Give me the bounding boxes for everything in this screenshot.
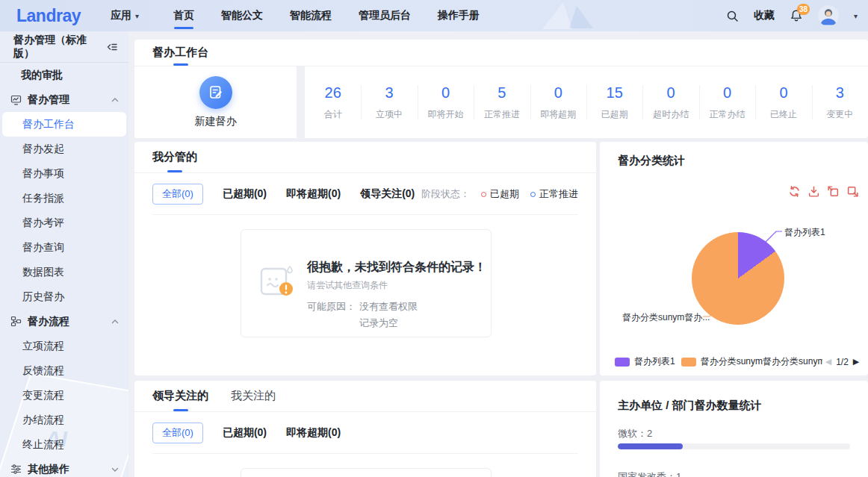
filter-leader-followed[interactable]: 领导关注(0) bbox=[360, 187, 415, 201]
empty-state-icon bbox=[255, 261, 298, 304]
legend-label-category[interactable]: 督办分类sunym督办分类sunym督办分类 bbox=[701, 355, 822, 368]
nav-tab-smart-flow[interactable]: 智能流程 bbox=[290, 0, 332, 31]
org-row-value: 1 bbox=[676, 471, 681, 477]
divider bbox=[152, 214, 578, 215]
workbench-header: 督办工作台 bbox=[134, 40, 868, 66]
legend-page-next-icon[interactable]: ▶ bbox=[853, 357, 859, 367]
sidebar-item-label: 督办工作台 bbox=[22, 118, 75, 131]
stat-project-initiating[interactable]: 3 立项中 bbox=[361, 84, 417, 121]
workbench-header-card: 督办工作台 bbox=[134, 40, 868, 66]
sidebar-section-supervision-mgmt[interactable]: 督办管理 bbox=[0, 87, 128, 112]
org-bar-track bbox=[618, 443, 850, 449]
sidebar-item-terminate-flow[interactable]: 终止流程 bbox=[0, 432, 128, 457]
tab-my-managed[interactable]: 我分管的 bbox=[152, 142, 197, 172]
navbar-decoration bbox=[569, 6, 593, 28]
sidebar-section-other-ops[interactable]: 其他操作 bbox=[0, 457, 128, 477]
legend-swatch-purple[interactable] bbox=[615, 358, 630, 367]
stat-overdue[interactable]: 15 已超期 bbox=[586, 84, 642, 121]
my-managed-filters: 全部(0) 已超期(0) 即将超期(0) 领导关注(0) 阶段状态： 已超期 正… bbox=[134, 173, 596, 205]
divider bbox=[152, 453, 578, 454]
legend-page-prev-icon[interactable]: ◀ bbox=[825, 357, 831, 367]
flow-icon bbox=[10, 316, 22, 327]
legend-swatch-orange[interactable] bbox=[681, 358, 696, 367]
sidebar-item-label: 变更流程 bbox=[22, 389, 64, 402]
stat-starting-soon[interactable]: 0 即将开始 bbox=[418, 84, 474, 121]
new-supervision-button[interactable]: 新建督办 bbox=[134, 66, 297, 138]
tab-my-followed[interactable]: 我关注的 bbox=[231, 381, 276, 411]
org-bar-fill bbox=[618, 443, 683, 449]
sidebar-item-history[interactable]: 历史督办 bbox=[0, 284, 128, 309]
stat-closed-normal[interactable]: 0 正常办结 bbox=[699, 84, 755, 121]
sidebar-item-complete-flow[interactable]: 办结流程 bbox=[0, 408, 128, 432]
my-managed-header: 我分管的 bbox=[134, 142, 596, 173]
sidebar-item-workbench[interactable]: 督办工作台 bbox=[2, 112, 126, 137]
sidebar-item-initiate[interactable]: 督办发起 bbox=[0, 137, 128, 161]
download-icon[interactable] bbox=[807, 185, 820, 198]
chevron-up-icon bbox=[111, 318, 119, 325]
sidebar: AI 督办管理（标准版） 我的审批 bbox=[0, 31, 128, 477]
stat-changing[interactable]: 3 变更中 bbox=[812, 84, 868, 121]
stat-due-soon[interactable]: 0 即将超期 bbox=[530, 84, 586, 121]
legend-label-list1[interactable]: 督办列表1 bbox=[634, 355, 675, 368]
filter-all[interactable]: 全部(0) bbox=[152, 423, 203, 443]
stat-value: 5 bbox=[497, 84, 506, 102]
refresh-icon[interactable] bbox=[788, 185, 801, 198]
stat-value: 0 bbox=[723, 84, 731, 102]
org-row-name: 国家发改委： bbox=[618, 471, 676, 477]
workbench-stats: 26 合计 3 立项中 0 即将开始 5 正常推进 0 即将超期 15 已超期 … bbox=[305, 66, 868, 138]
favorites-button[interactable]: 收藏 bbox=[754, 9, 775, 22]
stage-status-overdue: 已超期 bbox=[481, 187, 519, 201]
sidebar-item-project-flow[interactable]: 立项流程 bbox=[0, 334, 128, 358]
tab-leader-followed[interactable]: 领导关注的 bbox=[152, 381, 208, 411]
sidebar-item-matters[interactable]: 督办事项 bbox=[0, 161, 128, 186]
stat-terminated[interactable]: 0 已终止 bbox=[755, 84, 811, 121]
sidebar-item-evaluation[interactable]: 督办考评 bbox=[0, 211, 128, 235]
nav-tab-smart-docs[interactable]: 智能公文 bbox=[221, 0, 263, 31]
filter-overdue[interactable]: 已超期(0) bbox=[223, 426, 267, 440]
org-stats-card: 主办单位 / 部门督办数量统计 微软：2 国家发改委：1 bbox=[600, 381, 868, 477]
nav-tab-admin[interactable]: 管理员后台 bbox=[359, 0, 411, 31]
sidebar-item-my-approvals[interactable]: 我的审批 bbox=[0, 63, 128, 87]
notification-count-badge: 38 bbox=[797, 4, 810, 15]
sidebar-item-label: 督办考评 bbox=[22, 216, 64, 230]
zoom-box-icon[interactable] bbox=[827, 185, 840, 198]
sidebar-item-query[interactable]: 督办查询 bbox=[0, 235, 128, 260]
search-icon[interactable] bbox=[726, 10, 739, 22]
restore-box-icon[interactable] bbox=[846, 185, 859, 198]
sidebar-item-feedback-flow[interactable]: 反馈流程 bbox=[0, 358, 128, 383]
avatar[interactable] bbox=[818, 5, 839, 26]
filter-due-soon[interactable]: 即将超期(0) bbox=[286, 426, 341, 440]
collapse-sidebar-icon[interactable] bbox=[106, 41, 118, 53]
stat-value: 3 bbox=[385, 84, 394, 102]
sidebar-item-task-assign[interactable]: 任务指派 bbox=[0, 186, 128, 211]
sidebar-menu: 我的审批 督办管理 督办工作台 督办发起 bbox=[0, 63, 128, 477]
notifications-button[interactable]: 38 bbox=[790, 9, 803, 22]
filter-all[interactable]: 全部(0) bbox=[152, 184, 203, 205]
filter-due-soon[interactable]: 即将超期(0) bbox=[286, 187, 341, 201]
stat-label: 正常推进 bbox=[484, 108, 520, 121]
sidebar-item-data-charts[interactable]: 数据图表 bbox=[0, 260, 128, 284]
landray-logo[interactable]: Landray bbox=[16, 6, 81, 26]
sidebar-item-label: 历史督办 bbox=[22, 290, 64, 304]
stat-total[interactable]: 26 合计 bbox=[305, 84, 361, 121]
sliders-icon bbox=[10, 464, 22, 475]
new-task-icon bbox=[199, 76, 232, 109]
stat-label: 即将开始 bbox=[428, 108, 464, 121]
stat-on-track[interactable]: 5 正常推进 bbox=[474, 84, 530, 121]
filter-overdue[interactable]: 已超期(0) bbox=[223, 187, 267, 201]
nav-right-controls: 收藏 38 ▾ bbox=[726, 5, 858, 26]
stat-closed-overtime[interactable]: 0 超时办结 bbox=[642, 84, 698, 121]
app-menu-button[interactable]: 应用 ▾ bbox=[111, 9, 139, 22]
followed-card: 领导关注的 我关注的 全部(0) 已超期(0) 即将超期(0) bbox=[134, 381, 596, 477]
org-row-name: 微软： bbox=[618, 428, 647, 439]
avatar-caret-down-icon[interactable]: ▾ bbox=[854, 12, 858, 20]
nav-tab-home[interactable]: 首页 bbox=[173, 0, 194, 31]
sidebar-item-label: 督办查询 bbox=[22, 241, 64, 255]
stat-label: 已超期 bbox=[601, 108, 628, 121]
workbench-title-tab[interactable]: 督办工作台 bbox=[152, 40, 208, 66]
sidebar-section-flows[interactable]: 督办流程 bbox=[0, 309, 128, 334]
category-stats-title: 督办分类统计 bbox=[600, 142, 868, 168]
sidebar-item-change-flow[interactable]: 变更流程 bbox=[0, 383, 128, 408]
org-row-ndrc: 国家发改委：1 bbox=[618, 470, 681, 477]
nav-tab-manual[interactable]: 操作手册 bbox=[438, 0, 480, 31]
